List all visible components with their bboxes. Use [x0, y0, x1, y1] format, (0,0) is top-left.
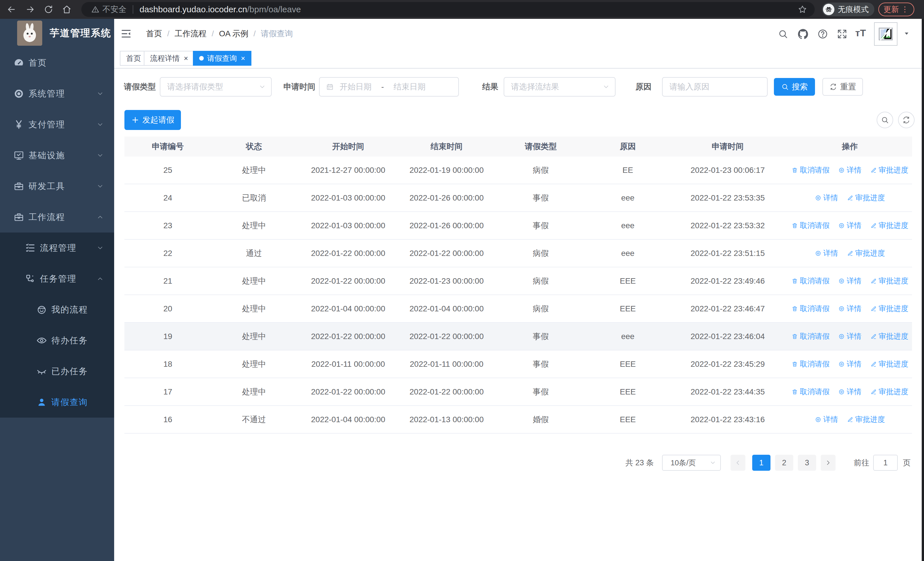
table-refresh-button[interactable] [898, 112, 915, 128]
sidebar-item-leave-query[interactable]: 请假查询 [0, 387, 114, 418]
action-progress-link[interactable]: 审批进度 [870, 331, 908, 341]
leave-type-select[interactable]: 请选择请假类型 [160, 77, 272, 96]
start-date-placeholder[interactable]: 开始日期 [340, 81, 372, 92]
header-search-icon[interactable] [778, 29, 789, 39]
action-cancel-link[interactable]: 取消请假 [791, 387, 830, 397]
column-header-1: 状态 [211, 141, 297, 152]
filter-reason-label: 原因 [635, 77, 651, 96]
action-progress-link[interactable]: 审批进度 [870, 304, 908, 314]
breadcrumb-workflow[interactable]: 工作流程 [175, 28, 207, 39]
cell-end: 2022-01-13 00:00:00 [399, 415, 494, 424]
sidebar-item-workflow[interactable]: 工作流程 [0, 202, 114, 233]
column-header-3: 结束时间 [399, 141, 494, 152]
font-size-icon[interactable]: ᴛT [855, 27, 866, 39]
search-button-label: 搜索 [792, 81, 808, 92]
page-size-select[interactable]: 10条/页 [662, 455, 721, 471]
create-leave-label: 发起请假 [142, 114, 174, 125]
table-body: 25处理中2021-12-27 00:00:002022-01-19 00:00… [124, 156, 912, 434]
action-progress-link[interactable]: 审批进度 [847, 415, 885, 424]
action-detail-link[interactable]: 详情 [838, 165, 861, 175]
reason-input[interactable]: 请输入原因 [662, 77, 768, 96]
sidebar-item-my-processes[interactable]: 我的流程 [0, 294, 114, 325]
breadcrumb-oa-example[interactable]: OA 示例 [219, 28, 249, 39]
action-detail-link[interactable]: 详情 [838, 276, 861, 286]
breadcrumb-separator: / [254, 29, 256, 38]
action-progress-link[interactable]: 审批进度 [870, 359, 908, 369]
page-button-2[interactable]: 2 [775, 455, 793, 471]
bookmark-star-icon[interactable] [798, 5, 807, 14]
browser-home-icon[interactable] [62, 4, 72, 15]
sidebar-item-dev-tools[interactable]: 研发工具 [0, 171, 114, 202]
action-progress-link[interactable]: 审批进度 [870, 276, 908, 286]
column-header-4: 请假类型 [494, 141, 588, 152]
action-detail-link[interactable]: 详情 [838, 221, 861, 230]
sidebar-item-task-management[interactable]: 任务管理 [0, 263, 114, 294]
next-page-button[interactable] [821, 455, 836, 471]
cell-actions: 取消请假详情审批进度 [788, 221, 912, 230]
eye-closed-icon [36, 365, 47, 377]
action-cancel-link[interactable]: 取消请假 [791, 276, 830, 286]
result-select[interactable]: 请选择流结果 [504, 77, 615, 96]
sidebar-item-home[interactable]: 首页 [0, 47, 114, 78]
tab-leave-query[interactable]: 请假查询× [193, 51, 251, 66]
github-icon[interactable] [797, 28, 809, 40]
action-cancel-link[interactable]: 取消请假 [791, 221, 830, 230]
sidebar-item-system-management[interactable]: 系统管理 [0, 78, 114, 109]
apply-time-range-picker[interactable]: 开始日期 - 结束日期 [319, 77, 459, 96]
search-button[interactable]: 搜索 [774, 78, 815, 96]
action-progress-link[interactable]: 审批进度 [847, 248, 885, 258]
action-progress-link[interactable]: 审批进度 [847, 193, 885, 203]
browser-back-icon[interactable] [6, 4, 16, 15]
action-label: 详情 [823, 415, 838, 424]
tab-close-icon[interactable]: × [184, 54, 188, 63]
action-detail-link[interactable]: 详情 [838, 304, 861, 314]
prev-page-button[interactable] [730, 455, 746, 471]
action-detail-link[interactable]: 详情 [838, 359, 861, 369]
view-icon [815, 250, 822, 257]
action-detail-link[interactable]: 详情 [815, 193, 838, 203]
action-cancel-link[interactable]: 取消请假 [791, 304, 830, 314]
browser-menu-dots-icon[interactable] [901, 5, 909, 14]
action-detail-link[interactable]: 详情 [815, 248, 838, 258]
action-cancel-link[interactable]: 取消请假 [791, 165, 830, 175]
sidebar-item-done-tasks[interactable]: 已办任务 [0, 356, 114, 387]
browser-forward-icon[interactable] [25, 4, 35, 15]
action-progress-link[interactable]: 审批进度 [870, 387, 908, 397]
sidebar-item-process-management[interactable]: 流程管理 [0, 233, 114, 263]
action-cancel-link[interactable]: 取消请假 [791, 331, 830, 341]
end-date-placeholder[interactable]: 结束日期 [393, 81, 426, 92]
action-detail-link[interactable]: 详情 [815, 415, 838, 424]
user-menu-caret-icon[interactable] [902, 29, 911, 38]
sidebar-item-infrastructure[interactable]: 基础设施 [0, 140, 114, 171]
user-avatar[interactable] [874, 22, 897, 46]
tab-process-detail[interactable]: 流程详情× [144, 51, 194, 66]
page-scrollbar[interactable] [922, 19, 924, 561]
create-leave-button[interactable]: 发起请假 [124, 110, 181, 130]
tab-close-icon[interactable]: × [241, 54, 245, 63]
date-range-separator: - [381, 82, 384, 92]
cell-id: 23 [124, 221, 211, 230]
action-label: 审批进度 [879, 387, 908, 397]
goto-page-input[interactable]: 1 [873, 455, 898, 471]
breadcrumb-home[interactable]: 首页 [146, 28, 162, 39]
action-detail-link[interactable]: 详情 [838, 387, 861, 397]
action-cancel-link[interactable]: 取消请假 [791, 359, 830, 369]
breadcrumb-leave-query: 请假查询 [261, 28, 293, 39]
help-icon[interactable] [817, 28, 828, 40]
sidebar-item-todo-tasks[interactable]: 待办任务 [0, 325, 114, 356]
sidebar-item-payment-management[interactable]: 支付管理 [0, 109, 114, 140]
reset-button[interactable]: 重置 [822, 78, 863, 96]
action-progress-link[interactable]: 审批进度 [870, 165, 908, 175]
address-bar[interactable]: 不安全 dashboard.yudao.iocoder.cn/bpm/oa/le… [81, 2, 815, 17]
page-button-1[interactable]: 1 [752, 455, 771, 471]
fullscreen-icon[interactable] [836, 28, 848, 40]
goto-page-value: 1 [883, 459, 888, 467]
page-button-3[interactable]: 3 [798, 455, 816, 471]
sidebar-collapse-icon[interactable] [120, 28, 132, 39]
action-progress-link[interactable]: 审批进度 [870, 221, 908, 230]
action-detail-link[interactable]: 详情 [838, 331, 861, 341]
browser-update-button[interactable]: 更新 [878, 3, 914, 16]
tab-home[interactable]: 首页 [120, 51, 147, 66]
browser-reload-icon[interactable] [44, 4, 54, 15]
table-search-toggle-button[interactable] [877, 112, 893, 128]
